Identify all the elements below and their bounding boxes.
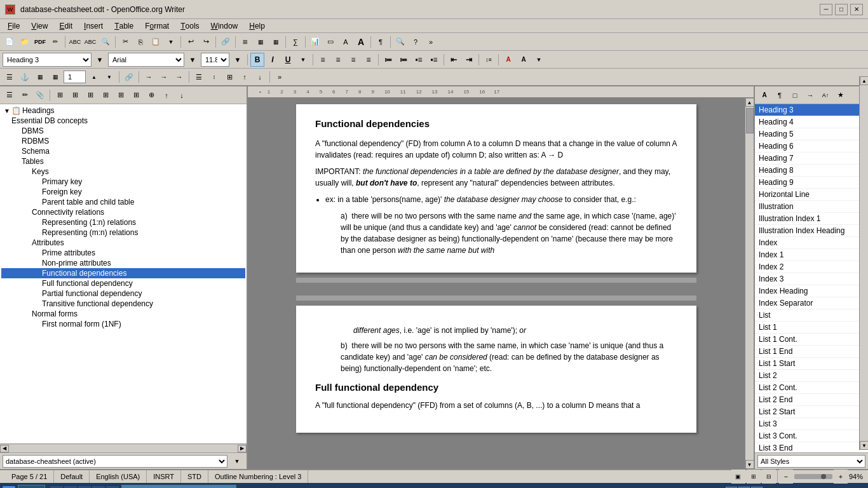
nav-toggle-btn[interactable]: ☰: [3, 70, 17, 84]
zoom-btn[interactable]: 🔍: [393, 35, 407, 49]
indent-less-btn[interactable]: ⇤: [447, 53, 461, 67]
styles-tb3[interactable]: □: [788, 88, 802, 102]
text-box-btn[interactable]: A: [339, 35, 353, 49]
nav-parent-child[interactable]: Parent table and child table: [1, 197, 245, 207]
spell-btn[interactable]: ABC: [68, 35, 82, 49]
nav-keys[interactable]: Keys: [1, 166, 245, 177]
nav-func-dep[interactable]: Functional dependencies: [1, 268, 245, 278]
nav-tables[interactable]: Tables: [1, 156, 245, 166]
nav-attributes[interactable]: Attributes: [1, 238, 245, 248]
styles-tb1[interactable]: A: [757, 88, 771, 102]
fontwork-btn[interactable]: A: [354, 35, 368, 49]
nav-rep-1n[interactable]: Representing (1:n) relations: [1, 217, 245, 227]
style-select[interactable]: Heading 3: [3, 53, 92, 67]
nav-primary-key[interactable]: Primary key: [1, 177, 245, 187]
nav-tb2[interactable]: ✏: [18, 88, 32, 102]
nav-tb7[interactable]: ⊞: [98, 88, 112, 102]
tb3-btn13[interactable]: ⊞: [222, 70, 236, 84]
nav-headings-root[interactable]: ▼ 📋 Headings: [1, 105, 245, 116]
insert-cols-btn[interactable]: ▦: [269, 35, 283, 49]
anchor-btn[interactable]: ⚓: [18, 70, 32, 84]
nav-doc-dropdown[interactable]: ▼: [230, 454, 244, 468]
styles-tb6[interactable]: ★: [834, 88, 848, 102]
doc-taskbar-btn[interactable]: W database-cheatsheet.odt - O...: [121, 485, 236, 488]
save-pdf-btn[interactable]: PDF: [33, 35, 47, 49]
style-list3[interactable]: List 3: [755, 418, 868, 430]
nav-prime-attr[interactable]: Prime attributes: [1, 248, 245, 258]
tb3-btn15[interactable]: ↓: [253, 70, 267, 84]
style-heading8[interactable]: Heading 8: [755, 165, 868, 177]
tb3-more-btn[interactable]: »: [273, 70, 287, 84]
zoom-in-btn[interactable]: +: [834, 470, 848, 484]
style-list1-cont[interactable]: List 1 Cont.: [755, 334, 868, 346]
style-list1-start[interactable]: List 1 Start: [755, 358, 868, 370]
underline-btn[interactable]: U: [281, 53, 295, 67]
tb3-btn9[interactable]: →: [157, 70, 171, 84]
paste-special-btn[interactable]: ▼: [164, 35, 178, 49]
bullet-list-btn2[interactable]: •≡: [427, 53, 441, 67]
zoom-slider[interactable]: [794, 474, 832, 479]
style-illus-idx1[interactable]: Illustration Index 1: [755, 213, 868, 225]
scroll-down-btn[interactable]: ▼: [745, 460, 754, 469]
menu-file[interactable]: File: [3, 20, 25, 32]
size-dropdown-btn[interactable]: ▼: [231, 53, 245, 67]
formatting-marks-btn[interactable]: ¶: [374, 35, 388, 49]
view-web-btn[interactable]: ⊞: [747, 470, 761, 484]
underline-dropdown-btn[interactable]: ▼: [296, 53, 310, 67]
nav-up-btn[interactable]: ↑: [159, 88, 173, 102]
autocorrect-btn[interactable]: ABC: [83, 35, 97, 49]
zoom-out-btn[interactable]: −: [779, 470, 793, 484]
doc-scrollbar[interactable]: ▲ ▼: [745, 98, 754, 469]
nav-dbms[interactable]: DBMS: [1, 126, 245, 136]
chart-btn[interactable]: 📊: [308, 35, 322, 49]
nav-tb6[interactable]: ⊞: [83, 88, 97, 102]
tb3-spin-down[interactable]: ▼: [102, 70, 116, 84]
open-btn[interactable]: 📁: [18, 35, 32, 49]
zoom-thumb[interactable]: [821, 474, 826, 479]
nav-normal-forms[interactable]: Normal forms: [1, 309, 245, 319]
apps-btn[interactable]: Apps: [18, 485, 45, 488]
nav-rdbms[interactable]: RDBMS: [1, 136, 245, 146]
nav-1nf[interactable]: First normal form (1NF): [1, 319, 245, 329]
scroll-up-btn[interactable]: ▲: [745, 98, 754, 107]
maximize-button[interactable]: □: [835, 4, 848, 15]
styles-filter-select[interactable]: All Styles: [757, 455, 865, 468]
cut-btn[interactable]: ✂: [118, 35, 132, 49]
nav-foreign-key[interactable]: Foreign key: [1, 187, 245, 197]
nav-non-prime-attr[interactable]: Non-prime attributes: [1, 258, 245, 268]
formula-btn[interactable]: ∑: [288, 35, 302, 49]
bullet-list-btn[interactable]: •≡: [412, 53, 426, 67]
draw-obj-btn[interactable]: ▭: [323, 35, 337, 49]
style-idx-hdg[interactable]: Index Heading: [755, 285, 868, 297]
hscroll-left[interactable]: ◀: [0, 445, 9, 452]
nav-full-func-dep[interactable]: Full functional dependency: [1, 278, 245, 288]
scroll-thumb[interactable]: [746, 108, 754, 133]
style-heading7[interactable]: Heading 7: [755, 152, 868, 165]
nav-tb9[interactable]: ⊞: [129, 88, 143, 102]
insert-rows-btn[interactable]: ▦: [254, 35, 268, 49]
minimize-button[interactable]: ─: [820, 4, 832, 15]
nav-tb8[interactable]: ⊞: [114, 88, 128, 102]
styles-tb4[interactable]: →: [803, 88, 817, 102]
page-num-input[interactable]: [64, 71, 86, 83]
styles-tb2[interactable]: ¶: [773, 88, 787, 102]
style-index1[interactable]: Index 1: [755, 249, 868, 261]
font-select[interactable]: Arial: [108, 53, 184, 67]
page-section-1[interactable]: Functional dependencies A "functional de…: [296, 104, 696, 273]
close-button[interactable]: ✕: [850, 4, 863, 15]
linespacing-btn[interactable]: ↕≡: [482, 53, 496, 67]
num-list-btn2[interactable]: ≔: [397, 53, 410, 67]
page-section-2[interactable]: different ages, i.e. 'age' is not implie…: [296, 306, 696, 433]
styles-scrollbar[interactable]: ▲ ▼: [859, 76, 868, 450]
style-heading9[interactable]: Heading 9: [755, 177, 868, 189]
nav-tb4[interactable]: ⊞: [53, 88, 67, 102]
redo-btn[interactable]: ↪: [199, 35, 213, 49]
nav-tb3[interactable]: 📎: [33, 88, 47, 102]
edit-doc-btn[interactable]: ✏: [48, 35, 62, 49]
align-justify-btn[interactable]: ≡: [362, 53, 376, 67]
style-index[interactable]: Index: [755, 237, 868, 249]
tb3-spin-up[interactable]: ▲: [87, 70, 101, 84]
style-list3-end[interactable]: List 3 End: [755, 442, 868, 452]
toolbar-end-btn[interactable]: »: [424, 35, 438, 49]
hscroll-right[interactable]: ▶: [238, 445, 247, 452]
